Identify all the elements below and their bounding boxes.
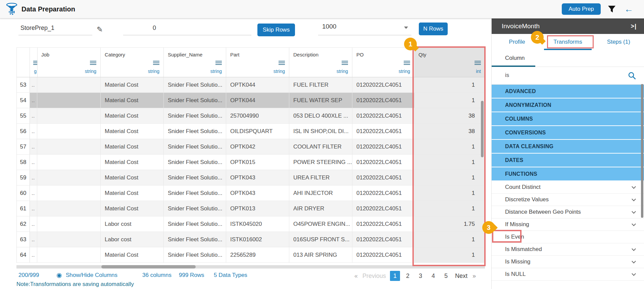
part-cell[interactable]: ISTK016002 [226,232,289,247]
clipped-cell[interactable]: .. [30,155,37,170]
clipped-cell[interactable]: .. [30,247,37,262]
table-row[interactable]: 61 .. Material Cost Snider Fleet Solutio… [17,201,485,216]
category-cell[interactable]: Material Cost [101,77,164,92]
description-cell[interactable]: FUEL FILTER [289,77,352,92]
supplier-cell[interactable]: Snider Fleet Solutio... [164,201,226,216]
qty-cell[interactable]: 1 [414,139,485,154]
supplier-cell[interactable]: Snider Fleet Solutio... [164,216,226,232]
category-cell[interactable]: Material Cost [101,247,164,262]
transform-function-item[interactable]: Is NULL [492,268,644,281]
job-cell[interactable] [37,124,101,139]
part-cell[interactable]: ISTK045020 [226,216,289,232]
pagination-next[interactable]: Next [455,271,467,281]
supplier-cell[interactable]: Snider Fleet Solutio... [164,108,226,123]
category-cell[interactable]: Labor cost [101,232,164,247]
table-row[interactable]: 58 .. Material Cost Snider Fleet Solutio… [17,155,485,170]
auto-prep-button[interactable]: Auto Prep [562,3,601,15]
clipped-cell[interactable]: .. [30,201,37,216]
clipped-cell[interactable]: .. [30,232,37,247]
job-cell[interactable] [37,155,101,170]
table-row[interactable]: 55 .. Material Cost Snider Fleet Solutio… [17,108,485,124]
transform-category[interactable]: FUNCTIONS [492,167,644,180]
column-menu-icon[interactable] [153,63,159,63]
n-rows-select[interactable]: 1000 [318,23,411,35]
pagination-page-button[interactable]: 2 [403,271,413,281]
part-cell[interactable]: OPTK043 [226,170,289,185]
column-menu-icon[interactable] [215,63,222,63]
job-cell[interactable] [37,185,101,201]
po-cell[interactable]: 01202022LC4051 [352,155,414,170]
transform-function-item[interactable]: Is Even [492,231,644,243]
description-cell[interactable]: POWER STEERING ... [289,155,352,170]
job-cell[interactable] [37,232,101,247]
qty-cell[interactable]: 1 [414,155,485,170]
po-cell[interactable]: 01202022LC4051 [352,185,414,201]
dataset-name-input[interactable]: StorePrep_1 [18,25,92,35]
po-cell[interactable]: 01202022LC4051 [352,201,414,216]
transform-category[interactable]: DATES [492,154,644,167]
job-cell[interactable] [37,201,101,216]
search-icon[interactable] [628,71,637,80]
po-cell[interactable]: 01202022LC4051 [352,108,414,123]
transform-function-item[interactable]: Discretize Values [492,194,644,206]
qty-cell[interactable]: 1 [414,201,485,216]
transform-function-item[interactable]: If Missing [492,218,644,231]
table-horizontal-scrollbar-track[interactable] [16,265,485,269]
category-cell[interactable]: Labor cost [101,216,164,232]
supplier-cell[interactable]: Snider Fleet Solutio... [164,155,226,170]
category-cell[interactable]: Material Cost [101,201,164,216]
description-cell[interactable]: AHI INJECTOR [289,185,352,201]
table-row[interactable]: 62 .. Labor cost Snider Fleet Solutio...… [17,216,485,232]
po-cell[interactable]: 01202022LC4051 [352,124,414,139]
description-cell[interactable]: COOLANT FILTER [289,139,352,154]
pagination-page-button[interactable]: 4 [428,271,438,281]
category-cell[interactable]: Material Cost [101,170,164,185]
panel-tab[interactable]: Steps (1) [593,34,644,50]
edit-pencil-icon[interactable]: ✎ [97,25,103,34]
column-header-supplier-name[interactable]: Supplier_Name string [164,48,226,77]
description-cell[interactable]: FUEL WATER SEP [289,93,352,108]
po-cell[interactable]: 01202022LC4051 [352,77,414,92]
panel-scrollbar-thumb[interactable] [641,84,643,218]
column-header-po[interactable]: PO string [352,48,414,77]
category-cell[interactable]: Material Cost [101,124,164,139]
transform-category[interactable]: ADVANCED [492,85,644,98]
transform-function-item[interactable]: Distance Between Geo Points [492,206,644,218]
qty-cell[interactable]: 38 [414,124,485,139]
part-cell[interactable]: OPTK013 [226,201,289,216]
part-cell[interactable]: OPTK044 [226,77,289,92]
supplier-cell[interactable]: Snider Fleet Solutio... [164,170,226,185]
table-row[interactable]: 59 .. Material Cost Snider Fleet Solutio… [17,170,485,185]
clipped-cell[interactable]: .. [30,108,37,123]
column-menu-icon[interactable] [90,63,96,63]
part-cell[interactable]: OPTK042 [226,139,289,154]
part-cell[interactable]: OPTK015 [226,155,289,170]
column-header-qty[interactable]: Qty int [414,48,485,77]
panel-tab[interactable]: Transforms [542,34,593,50]
filter-icon[interactable] [607,5,616,13]
job-cell[interactable] [37,170,101,185]
description-cell[interactable]: 053 DELO 400XLE ... [289,108,352,123]
pagination-last[interactable]: » [473,271,476,281]
transform-category[interactable]: CONVERSIONS [492,126,644,139]
description-cell[interactable]: O45POWER ENGIN... [289,216,352,232]
column-header-category[interactable]: Category string [101,48,164,77]
skip-rows-button[interactable]: Skip Rows [257,24,295,36]
pagination-page-button[interactable]: 1 [390,271,400,281]
description-cell[interactable]: 013 AIR SPRING [289,247,352,262]
pagination-page-button[interactable]: 3 [415,271,426,281]
transform-category[interactable]: ANONYMIZATION [492,98,644,112]
column-header-job[interactable]: Job string [37,48,101,77]
description-cell[interactable]: 016SUSP FRONT S... [289,232,352,247]
clipped-cell[interactable]: .. [30,139,37,154]
column-menu-icon[interactable] [475,63,481,63]
clipped-cell[interactable]: .. [30,216,37,232]
qty-cell[interactable]: 38 [414,108,485,123]
job-cell[interactable] [37,139,101,154]
table-vertical-scrollbar[interactable] [481,101,484,157]
po-cell[interactable]: 01202022LC4051 [352,139,414,154]
supplier-cell[interactable]: Snider Fleet Solutio... [164,77,226,92]
table-row[interactable]: 64 .. Material Cost Snider Fleet Solutio… [17,247,485,263]
column-menu-icon[interactable] [279,63,285,63]
transform-function-item[interactable]: Is Missing [492,256,644,268]
